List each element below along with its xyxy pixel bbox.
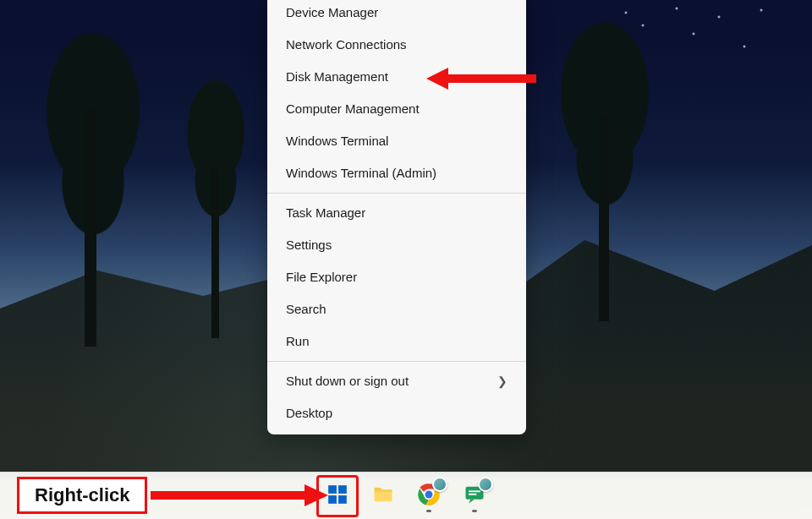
taskbar-file-explorer[interactable] xyxy=(366,479,400,513)
chevron-right-icon: ❯ xyxy=(497,374,508,389)
menu-item-label: Task Manager xyxy=(286,205,365,221)
taskbar-chat[interactable] xyxy=(458,479,491,513)
menu-item-label: File Explorer xyxy=(286,270,357,285)
menu-item-windows-terminal[interactable]: Windows Terminal xyxy=(267,125,526,157)
folder-icon xyxy=(371,483,395,510)
menu-item-label: Desktop xyxy=(286,406,332,421)
svg-rect-2 xyxy=(328,485,337,494)
menu-item-label: Windows Terminal (Admin) xyxy=(286,166,436,181)
menu-item-label: Disk Management xyxy=(286,69,388,85)
wallpaper-tree xyxy=(533,0,677,313)
menu-item-label: Windows Terminal xyxy=(286,134,388,149)
menu-separator xyxy=(267,361,526,362)
menu-item-network-connections[interactable]: Network Connections xyxy=(267,29,526,61)
svg-rect-4 xyxy=(328,495,337,504)
svg-rect-11 xyxy=(469,493,476,494)
menu-item-label: Settings xyxy=(286,238,332,253)
running-indicator xyxy=(426,510,431,512)
wallpaper-tree xyxy=(17,0,169,347)
menu-separator xyxy=(267,193,526,194)
menu-item-file-explorer[interactable]: File Explorer xyxy=(267,261,526,293)
menu-item-windows-terminal-admin[interactable]: Windows Terminal (Admin) xyxy=(267,157,526,189)
taskbar-chrome[interactable] xyxy=(412,479,446,513)
menu-item-label: Search xyxy=(286,302,326,317)
winx-context-menu: Device Manager Network Connections Disk … xyxy=(267,0,526,434)
svg-point-8 xyxy=(425,490,433,498)
svg-rect-10 xyxy=(469,490,480,492)
desktop-wallpaper: Device Manager Network Connections Disk … xyxy=(0,0,812,519)
windows-logo-icon xyxy=(326,483,348,509)
svg-rect-5 xyxy=(338,495,347,504)
menu-item-shut-down-sign-out[interactable]: Shut down or sign out ❯ xyxy=(267,365,526,397)
running-indicator xyxy=(472,510,477,512)
menu-item-label: Network Connections xyxy=(286,37,407,52)
profile-avatar-badge xyxy=(432,477,447,492)
menu-item-settings[interactable]: Settings xyxy=(267,229,526,261)
menu-item-search[interactable]: Search xyxy=(267,293,526,325)
svg-marker-13 xyxy=(304,484,328,506)
annotation-arrow-to-start xyxy=(151,483,328,508)
annotation-instruction: Right-click xyxy=(17,477,328,514)
menu-item-disk-management[interactable]: Disk Management xyxy=(267,61,526,93)
menu-item-label: Device Manager xyxy=(286,5,378,20)
instruction-label: Right-click xyxy=(17,477,147,514)
menu-item-desktop[interactable]: Desktop xyxy=(267,397,526,429)
menu-item-label: Run xyxy=(286,334,310,349)
menu-item-run[interactable]: Run xyxy=(267,325,526,358)
menu-item-task-manager[interactable]: Task Manager xyxy=(267,197,526,229)
menu-item-label: Computer Management xyxy=(286,101,420,117)
menu-item-device-manager[interactable]: Device Manager xyxy=(267,0,526,29)
wallpaper-tree xyxy=(169,51,262,321)
svg-rect-3 xyxy=(338,485,347,494)
profile-avatar-badge xyxy=(478,477,493,492)
menu-item-computer-management[interactable]: Computer Management xyxy=(267,93,526,125)
menu-item-label: Shut down or sign out xyxy=(286,374,409,389)
